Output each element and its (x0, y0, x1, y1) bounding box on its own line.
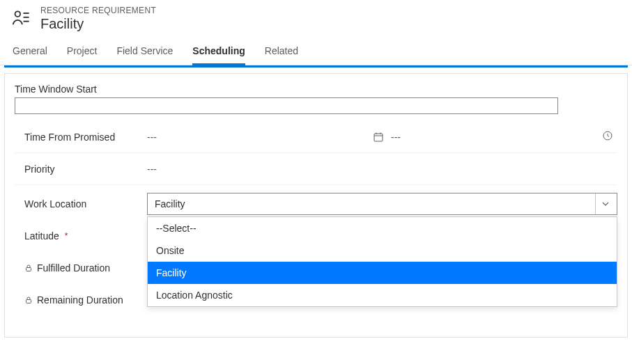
work-location-row: Work Location Facility --Select-- Onsite… (15, 188, 617, 220)
work-location-dropdown: --Select-- Onsite Facility Location Agno… (147, 216, 617, 307)
svg-rect-9 (26, 268, 31, 271)
latitude-label: Latitude * (15, 230, 147, 242)
remaining-duration-label-text: Remaining Duration (37, 294, 123, 306)
tab-general[interactable]: General (13, 45, 47, 65)
latitude-label-text: Latitude (24, 230, 59, 242)
chevron-down-icon (595, 193, 610, 214)
time-from-promised-label: Time From Promised (15, 132, 147, 143)
tab-active-underline (4, 65, 628, 68)
tab-bar: General Project Field Service Scheduling… (0, 35, 632, 65)
header-eyebrow: RESOURCE REQUIREMENT (40, 6, 156, 15)
priority-value[interactable]: --- (147, 164, 617, 175)
work-location-option-agnostic[interactable]: Location Agnostic (148, 284, 617, 306)
work-location-value: Facility --Select-- Onsite Facility Loca… (147, 193, 617, 215)
work-location-select[interactable]: Facility (147, 193, 617, 215)
page-header: RESOURCE REQUIREMENT Facility (0, 0, 632, 35)
time-from-promised-row: Time From Promised --- --- (15, 121, 617, 153)
time-from-promised-date-value: --- (147, 132, 157, 143)
remaining-duration-label: Remaining Duration (15, 294, 147, 306)
lock-icon (24, 296, 33, 304)
work-location-label: Work Location (15, 198, 147, 209)
time-from-promised-value[interactable]: --- --- (147, 130, 617, 143)
svg-rect-4 (374, 134, 383, 141)
fulfilled-duration-label-text: Fulfilled Duration (37, 262, 110, 274)
work-location-option-onsite[interactable]: Onsite (148, 239, 617, 262)
tab-scheduling[interactable]: Scheduling (192, 45, 245, 65)
priority-row: Priority --- (15, 153, 617, 185)
time-window-start-label: Time Window Start (15, 84, 617, 95)
svg-point-0 (15, 11, 20, 16)
clock-icon[interactable] (602, 130, 613, 141)
fulfilled-duration-label: Fulfilled Duration (15, 262, 147, 274)
work-location-selected-text: Facility (155, 198, 185, 209)
time-window-start-input[interactable] (15, 97, 558, 114)
form-panel: Time Window Start Time From Promised ---… (4, 73, 628, 338)
tab-related[interactable]: Related (265, 45, 298, 65)
page-title: Facility (40, 15, 156, 32)
work-location-option-select[interactable]: --Select-- (148, 217, 617, 239)
header-text: RESOURCE REQUIREMENT Facility (40, 6, 156, 32)
required-indicator: * (65, 231, 68, 241)
resource-icon (11, 8, 31, 28)
calendar-icon[interactable] (373, 132, 384, 143)
time-window-start-block: Time Window Start (15, 84, 617, 114)
tab-project[interactable]: Project (67, 45, 98, 65)
svg-rect-10 (26, 300, 31, 303)
time-from-promised-time-value: --- (391, 132, 401, 143)
tab-field-service[interactable]: Field Service (116, 45, 173, 65)
priority-label: Priority (15, 164, 147, 175)
lock-icon (24, 264, 33, 272)
priority-value-text: --- (147, 164, 157, 175)
work-location-option-facility[interactable]: Facility (148, 262, 617, 284)
